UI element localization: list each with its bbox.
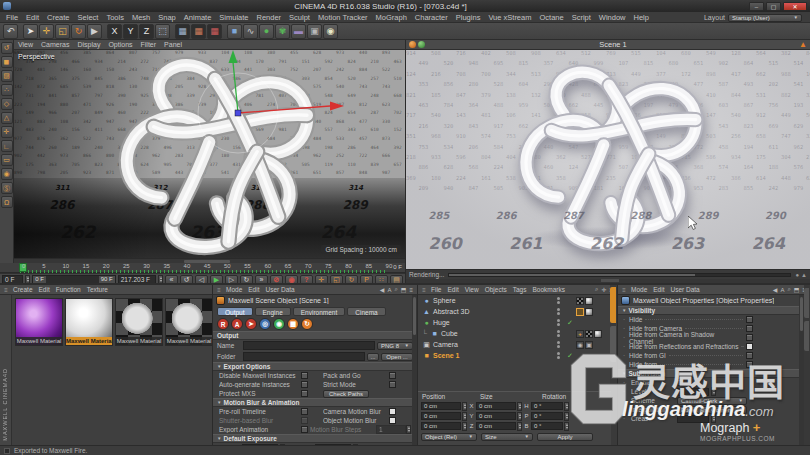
mxs-refresh-icon[interactable]: ↻ — [301, 318, 313, 330]
material-menu-texture[interactable]: Texture — [84, 285, 111, 295]
stepper[interactable] — [564, 412, 569, 421]
points-mode-icon[interactable]: ∴ — [1, 84, 13, 96]
sel-tag[interactable] — [576, 308, 584, 316]
enable-checkbox[interactable] — [677, 379, 684, 386]
render-settings-icon[interactable]: ▦ — [207, 24, 222, 39]
stepper[interactable] — [406, 425, 411, 434]
console-icon[interactable] — [4, 448, 10, 454]
enable-check[interactable]: ✓ — [565, 352, 575, 360]
menu-sculpt[interactable]: Sculpt — [285, 12, 314, 23]
stepper[interactable] — [462, 412, 467, 421]
mxs-cd-icon[interactable]: ◉ — [273, 318, 285, 330]
stepper[interactable] — [462, 402, 467, 411]
scale-tool-icon[interactable]: ◱ — [55, 24, 70, 39]
scheme-dropdown[interactable]: Catmull-Clark▼ — [677, 397, 747, 405]
section-visibility[interactable]: ▼Visibility — [618, 306, 810, 315]
maximize-button[interactable]: ▢ — [766, 2, 781, 11]
material-thumbnail[interactable]: Maxwell Material — [165, 298, 213, 346]
cam-tag[interactable]: ◉ — [576, 341, 584, 349]
properties-menu-edit[interactable]: Edit — [650, 285, 667, 295]
checkbox-shutter-based-blur[interactable] — [301, 417, 308, 424]
menu-plugins[interactable]: Plugins — [452, 12, 485, 23]
tab-environment[interactable]: Environment — [293, 307, 346, 316]
menu-character[interactable]: Character — [411, 12, 452, 23]
search-icon[interactable]: ⌕ — [595, 286, 598, 293]
object-row-huge[interactable]: ●Huge✓ — [418, 317, 617, 328]
mxs-net-icon[interactable]: ◎ — [259, 318, 271, 330]
checkbox-protect-mxs[interactable] — [301, 390, 308, 397]
search-icon[interactable]: ⌕ — [394, 286, 397, 293]
section-motion-blur[interactable]: ▼Motion Blur & Animation — [213, 398, 417, 407]
attribute-scrollbar[interactable] — [412, 295, 417, 445]
undo-icon[interactable]: ↶ — [3, 24, 18, 39]
render-view-icon[interactable]: ▦ — [175, 24, 190, 39]
menu-select[interactable]: Select — [74, 12, 103, 23]
object-menu-tags[interactable]: Tags — [510, 285, 530, 295]
floor-icon[interactable]: ▬ — [291, 24, 306, 39]
tab-output[interactable]: Output — [217, 307, 253, 316]
menu-mograph[interactable]: MoGraph — [372, 12, 411, 23]
material-menu-create[interactable]: Create — [10, 285, 36, 295]
size-mode-dropdown[interactable]: Size▼ — [481, 433, 533, 441]
layout-dropdown[interactable]: Startup (User)▼ — [728, 14, 802, 22]
checkbox-hide[interactable] — [746, 316, 753, 323]
checkbox-pack-and-go[interactable] — [389, 372, 396, 379]
attribute-menu-user-data[interactable]: User Data — [262, 285, 297, 295]
text-size-icon[interactable]: A — [387, 287, 391, 293]
object-row-cube[interactable]: └■Cube+ — [418, 328, 617, 339]
attribute-menu-mode[interactable]: Mode — [223, 285, 245, 295]
mxs-arrow-icon[interactable]: ➤ — [245, 318, 257, 330]
make-editable-icon[interactable]: ↺ — [1, 42, 13, 54]
checkbox-hide-from[interactable] — [746, 361, 753, 368]
rotation-h-field[interactable]: 0 ° — [531, 402, 563, 410]
object-axis-icon[interactable]: ✛ — [1, 126, 13, 138]
edges-mode-icon[interactable]: ◇ — [1, 98, 13, 110]
burger-icon[interactable]: ≡ — [420, 287, 428, 293]
coord-mode-dropdown[interactable]: Object (Rel)▼ — [421, 433, 477, 441]
move-tool-icon[interactable]: ✛ — [39, 24, 54, 39]
fire-render-canvas[interactable]: 9145087164025089086345127695151046805491… — [406, 50, 810, 269]
checker-tag[interactable] — [585, 330, 593, 338]
render-picture-viewer-icon[interactable]: ▦ — [191, 24, 206, 39]
viewport-perspective[interactable]: ViewCamerasDisplayOptionsFilterPanel 695… — [14, 40, 405, 258]
object-menu-edit[interactable]: Edit — [444, 285, 461, 295]
name-input[interactable] — [243, 341, 375, 350]
render-info-icon[interactable]: ● — [795, 272, 799, 278]
rotation-b-field[interactable]: 0 ° — [531, 422, 563, 430]
texture-mode-icon[interactable]: ▨ — [1, 70, 13, 82]
material-menu-edit[interactable]: Edit — [36, 285, 53, 295]
menu-octane[interactable]: Octane — [535, 12, 567, 23]
size-y-field[interactable]: 0 cm — [476, 412, 516, 420]
stepper[interactable] — [517, 402, 522, 411]
menu-edit[interactable]: Edit — [22, 12, 43, 23]
back-icon[interactable]: ◀ — [773, 286, 778, 293]
mxs-a-icon[interactable]: A — [231, 318, 243, 330]
cursor-icon[interactable]: ➤ — [23, 24, 38, 39]
lock-icon[interactable]: ⬒ — [794, 286, 800, 293]
viewport-menu-panel[interactable]: Panel — [160, 40, 186, 50]
checkbox-auto-generate-instances[interactable] — [301, 381, 308, 388]
spline-pen-icon[interactable]: ∿ — [243, 24, 258, 39]
workplane-icon[interactable]: ∟ — [1, 140, 13, 152]
section-export-options[interactable]: ▼Export Options — [213, 362, 417, 371]
timeline-end-field[interactable]: 0 F — [393, 264, 402, 270]
position-x-field[interactable]: 0 cm — [421, 402, 461, 410]
field-motion-blur-steps[interactable]: 1 — [376, 425, 406, 434]
axis-gizmo[interactable] — [14, 50, 405, 258]
section-subdivision[interactable]: ▼Subdivision — [618, 369, 810, 378]
viewport-menu-filter[interactable]: Filter — [137, 40, 161, 50]
primitive-cube-icon[interactable]: ■ — [227, 24, 242, 39]
stepper[interactable] — [564, 402, 569, 411]
menu-animate[interactable]: Animate — [180, 12, 216, 23]
menu-create[interactable]: Create — [43, 12, 74, 23]
fire-target-icon[interactable] — [409, 41, 416, 48]
stepper[interactable] — [517, 412, 522, 421]
menu-mesh[interactable]: Mesh — [128, 12, 154, 23]
close-button[interactable]: ✕ — [783, 2, 807, 11]
visibility-dots[interactable] — [551, 330, 565, 337]
checker-tag[interactable] — [576, 297, 584, 305]
filter-icon[interactable]: ✛ — [601, 286, 606, 293]
select-tool-icon[interactable]: ▶ — [87, 24, 102, 39]
object-row-abstract-3d[interactable]: ▲Abstract 3D — [418, 306, 617, 317]
fire-icon[interactable]: ▲ — [799, 40, 807, 49]
